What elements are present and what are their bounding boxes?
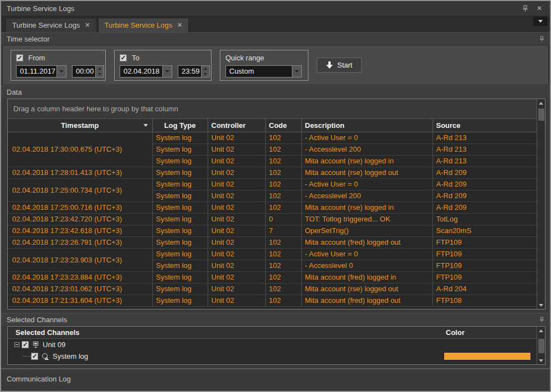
cell-description[interactable]: - Active User = 0 (301, 248, 432, 260)
tree-row-unit[interactable]: ✓ Unit 09 (8, 339, 537, 350)
table-row[interactable]: 02.04.2018 17:23:42.618 (UTC+3)System lo… (8, 225, 537, 236)
cell-timestamp[interactable]: 02.04.2018 17:28:01.413 (UTC+3) (8, 167, 152, 178)
table-row[interactable]: 02.04.2018 17:23:23.884 (UTC+3)System lo… (8, 271, 537, 283)
cell-code[interactable]: 102 (265, 260, 301, 271)
cell-controller[interactable]: Unit 02 (208, 190, 265, 202)
scroll-down-button[interactable] (537, 301, 545, 309)
from-time-value[interactable]: 00:00 (73, 66, 95, 77)
panel-pin-icon[interactable] (539, 317, 544, 323)
column-header-log-type[interactable]: Log Type (152, 119, 208, 132)
cell-description[interactable]: Mita account (rse) logged out (301, 167, 432, 178)
cell-description[interactable]: TOT: Totlog triggered... OK (301, 213, 432, 225)
cell-source[interactable]: A-Rd 204 (432, 283, 537, 295)
to-checkbox[interactable]: ✓ (120, 54, 127, 61)
scroll-down-button[interactable] (537, 357, 545, 364)
table-row[interactable]: 02.04.2018 17:30:00.675 (UTC+3)System lo… (8, 132, 537, 143)
tab-close-icon[interactable]: ✕ (85, 22, 90, 29)
cell-description[interactable]: - Accesslevel 200 (301, 190, 432, 202)
cell-controller[interactable]: Unit 02 (208, 260, 265, 271)
table-row[interactable]: 02.04.2018 17:25:00.734 (UTC+3)System lo… (8, 178, 537, 190)
cell-code[interactable]: 102 (265, 143, 301, 155)
cell-timestamp[interactable]: 02.04.2018 17:25:00.734 (UTC+3) (8, 178, 152, 202)
table-row[interactable]: 02.04.2018 17:23:42.720 (UTC+3)System lo… (8, 213, 537, 225)
cell-log-type[interactable]: System log (152, 143, 208, 155)
cell-log-type[interactable]: System log (152, 178, 208, 190)
cell-log-type[interactable]: System log (152, 248, 208, 260)
cell-timestamp[interactable]: 02.04.2018 17:23:01.062 (UTC+3) (8, 283, 152, 295)
data-vertical-scrollbar[interactable] (537, 99, 545, 309)
cell-controller[interactable]: Unit 02 (208, 202, 265, 213)
cell-source[interactable]: Scan20mS (432, 225, 537, 236)
tree-row-channel[interactable]: ✓ System log (8, 350, 537, 362)
cell-log-type[interactable]: System log (152, 167, 208, 178)
channels-name-column-header[interactable]: Selected Channels (8, 328, 444, 337)
cell-controller[interactable]: Unit 02 (208, 178, 265, 190)
scrollbar-thumb[interactable] (538, 339, 544, 353)
cell-code[interactable]: 102 (265, 236, 301, 248)
scroll-up-button[interactable] (537, 327, 545, 334)
cell-log-type[interactable]: System log (152, 260, 208, 271)
collapse-expander-icon[interactable] (14, 342, 19, 347)
cell-code[interactable]: 102 (265, 178, 301, 190)
cell-description[interactable]: Mita account (fred) logged out (301, 295, 432, 306)
tab-close-icon[interactable]: ✕ (177, 22, 182, 29)
panel-pin-icon[interactable] (539, 36, 544, 42)
cell-timestamp[interactable]: 02.04.2018 17:23:23.903 (UTC+3) (8, 248, 152, 271)
cell-code[interactable]: 102 (265, 155, 301, 167)
cell-source[interactable]: FTP109 (432, 248, 537, 260)
table-row[interactable]: 02.04.2018 17:25:00.716 (UTC+3)System lo… (8, 202, 537, 213)
to-date-value[interactable]: 02.04.2018 (120, 66, 162, 77)
cell-source[interactable]: A-Rd 209 (432, 202, 537, 213)
cell-timestamp[interactable]: 02.04.2018 17:23:42.720 (UTC+3) (8, 213, 152, 225)
cell-controller[interactable]: Unit 02 (208, 236, 265, 248)
from-time-field[interactable]: 00:00 (72, 65, 104, 78)
to-time-spinner[interactable] (201, 66, 209, 77)
cell-source[interactable]: FTP109 (432, 260, 537, 271)
from-date-dropdown-button[interactable] (56, 66, 66, 77)
column-header-timestamp[interactable]: Timestamp (8, 119, 152, 132)
unit-checkbox[interactable]: ✓ (22, 341, 29, 348)
table-row[interactable]: 02.04.2018 17:21:31.604 (UTC+3)System lo… (8, 295, 537, 306)
cell-log-type[interactable]: System log (152, 225, 208, 236)
cell-code[interactable]: 102 (265, 248, 301, 260)
tab-turbine-service-logs-1[interactable]: Turbine Service Logs ✕ (6, 18, 97, 32)
to-date-dropdown-button[interactable] (162, 66, 172, 77)
cell-controller[interactable]: Unit 02 (208, 271, 265, 283)
cell-log-type[interactable]: System log (152, 190, 208, 202)
column-header-description[interactable]: Description (301, 119, 432, 132)
cell-code[interactable]: 102 (265, 271, 301, 283)
cell-log-type[interactable]: System log (152, 155, 208, 167)
cell-code[interactable]: 102 (265, 202, 301, 213)
from-time-spinner[interactable] (95, 66, 104, 77)
cell-source[interactable]: A-Rd 213 (432, 132, 537, 143)
cell-description[interactable]: - Accesslevel 0 (301, 260, 432, 271)
spinner-down-button[interactable] (96, 71, 104, 77)
cell-timestamp[interactable]: 02.04.2018 17:30:00.675 (UTC+3) (8, 132, 152, 167)
cell-source[interactable]: TotLog (432, 213, 537, 225)
cell-log-type[interactable]: System log (152, 271, 208, 283)
table-row[interactable]: 02.04.2018 17:28:01.413 (UTC+3)System lo… (8, 167, 537, 178)
cell-source[interactable]: A-Rd 209 (432, 167, 537, 178)
spinner-up-button[interactable] (96, 66, 104, 71)
cell-code[interactable]: 102 (265, 132, 301, 143)
cell-timestamp[interactable]: 02.04.2018 17:23:23.884 (UTC+3) (8, 271, 152, 283)
to-date-field[interactable]: 02.04.2018 (120, 65, 172, 78)
cell-description[interactable]: - Active User = 0 (301, 132, 432, 143)
cell-source[interactable]: A-Rd 209 (432, 178, 537, 190)
spinner-up-button[interactable] (202, 66, 209, 71)
cell-timestamp[interactable]: 02.04.2018 17:23:42.618 (UTC+3) (8, 225, 152, 236)
close-icon[interactable]: ✕ (534, 4, 544, 13)
channel-color-swatch[interactable] (444, 352, 531, 360)
cell-source[interactable]: FTP109 (432, 271, 537, 283)
cell-timestamp[interactable]: 02.04.2018 17:21:31.604 (UTC+3) (8, 295, 152, 306)
cell-description[interactable]: OperSetTrig() (301, 225, 432, 236)
cell-controller[interactable]: Unit 02 (208, 283, 265, 295)
table-row[interactable]: 02.04.2018 17:23:23.903 (UTC+3)System lo… (8, 248, 537, 260)
cell-controller[interactable]: Unit 02 (208, 213, 265, 225)
cell-log-type[interactable]: System log (152, 132, 208, 143)
cell-timestamp[interactable]: 02.04.2018 17:23:26.791 (UTC+3) (8, 236, 152, 248)
cell-source[interactable]: A-Rd 213 (432, 155, 537, 167)
from-checkbox[interactable]: ✓ (16, 54, 23, 61)
spinner-down-button[interactable] (202, 71, 209, 77)
cell-log-type[interactable]: System log (152, 283, 208, 295)
